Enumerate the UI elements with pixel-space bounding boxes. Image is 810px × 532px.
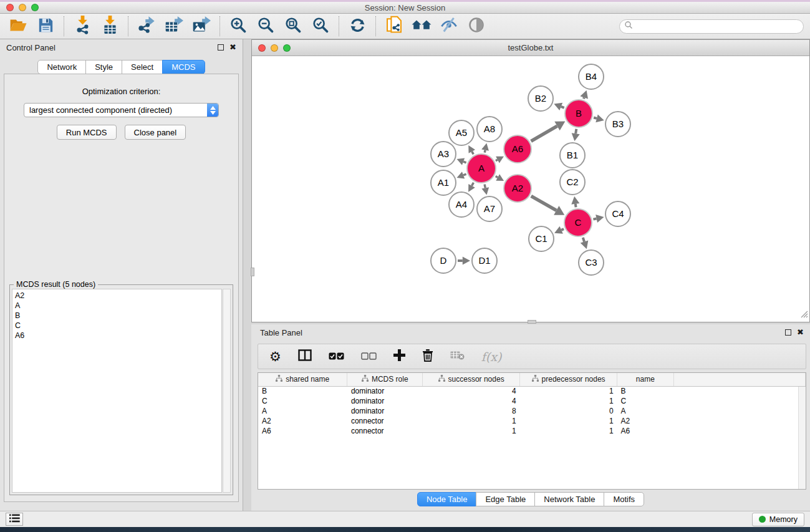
add-column-button[interactable] xyxy=(393,349,405,364)
table-cell[interactable] xyxy=(673,426,805,436)
delete-table-button[interactable] xyxy=(450,351,465,362)
edge-A2-C[interactable] xyxy=(531,196,557,210)
tab-network[interactable]: Network xyxy=(37,60,86,74)
window-titlebar[interactable]: Session: New Session xyxy=(0,2,810,14)
edge-A-A1[interactable] xyxy=(463,174,466,175)
select-all-button[interactable] xyxy=(329,351,344,362)
close-panel-icon[interactable]: ✖ xyxy=(229,44,236,51)
clone-network-button[interactable] xyxy=(383,16,405,36)
table-cell[interactable]: 4 xyxy=(423,396,520,406)
show-hidden-button[interactable] xyxy=(465,16,488,36)
mcds-result-list[interactable]: A2ABCA6 xyxy=(12,289,222,493)
float-panel-icon[interactable] xyxy=(218,44,224,51)
zoom-in-button[interactable] xyxy=(227,16,249,36)
table-cell[interactable]: connector xyxy=(347,426,423,436)
tab-node-table[interactable]: Node Table xyxy=(417,492,477,506)
float-table-panel-icon[interactable] xyxy=(785,329,791,336)
table-cell[interactable]: dominator xyxy=(347,386,423,396)
column-header-MCDS-role[interactable]: MCDS role xyxy=(347,373,423,386)
edge-A-A2[interactable] xyxy=(496,177,498,178)
edge-C-C4[interactable] xyxy=(593,219,596,220)
edge-A-A5[interactable] xyxy=(472,152,473,154)
network-close-button[interactable] xyxy=(258,44,266,52)
zoom-fit-button[interactable] xyxy=(282,16,304,36)
table-scrollbar[interactable] xyxy=(798,387,806,489)
export-network-button[interactable] xyxy=(135,16,158,36)
show-all-networks-button[interactable] xyxy=(410,16,433,36)
export-table-button[interactable] xyxy=(163,16,185,36)
table-cell[interactable] xyxy=(673,416,805,426)
edge-B-B4[interactable] xyxy=(584,97,584,99)
edge-A6-B[interactable] xyxy=(531,126,557,141)
table-cell[interactable]: A xyxy=(617,406,674,416)
table-cell[interactable]: A2 xyxy=(258,416,347,426)
save-session-button[interactable] xyxy=(34,16,57,36)
edge-B-B3[interactable] xyxy=(594,118,597,118)
table-cell[interactable]: 1 xyxy=(423,416,520,426)
result-list-item[interactable]: A xyxy=(15,301,221,311)
result-list-scrollbar[interactable] xyxy=(223,289,231,493)
edge-C-C2[interactable] xyxy=(576,204,576,207)
edge-A-A7[interactable] xyxy=(485,184,485,188)
import-table-button[interactable] xyxy=(99,16,121,36)
tab-network-table[interactable]: Network Table xyxy=(534,492,604,506)
close-table-panel-icon[interactable]: ✖ xyxy=(797,329,804,336)
run-mcds-button[interactable]: Run MCDS xyxy=(57,125,117,140)
table-cell[interactable]: A2 xyxy=(617,416,674,426)
apply-function-button[interactable]: f(x) xyxy=(481,350,502,364)
hide-selected-button[interactable] xyxy=(438,16,460,36)
memory-button[interactable]: Memory xyxy=(752,513,804,526)
tab-mcds[interactable]: MCDS xyxy=(162,60,205,74)
table-cell[interactable]: 1 xyxy=(520,426,617,436)
tab-edge-table[interactable]: Edge Table xyxy=(476,492,535,506)
table-row[interactable]: A6connector11A6 xyxy=(258,426,806,436)
table-cell[interactable]: 4 xyxy=(423,386,520,396)
column-header-successor-nodes[interactable]: successor nodes xyxy=(423,373,520,386)
table-cell[interactable] xyxy=(673,406,805,416)
edge-A-A6[interactable] xyxy=(496,160,498,161)
table-cell[interactable]: A6 xyxy=(258,426,347,436)
search-field[interactable] xyxy=(619,19,804,34)
edge-A-A8[interactable] xyxy=(485,150,485,153)
edge-C-C3[interactable] xyxy=(583,238,584,242)
close-window-button[interactable] xyxy=(6,4,14,11)
table-cell[interactable]: 1 xyxy=(423,426,520,436)
network-minimize-button[interactable] xyxy=(271,44,278,52)
refresh-button[interactable] xyxy=(346,16,369,36)
table-row[interactable]: A2connector11A2 xyxy=(258,416,806,426)
table-cell[interactable]: B xyxy=(617,386,674,396)
network-graph[interactable]: AA1A2A3A4A5A6A7A8BB1B2B3B4CC1C2C3C4DD1 xyxy=(252,56,809,322)
tab-select[interactable]: Select xyxy=(122,60,163,74)
table-cell[interactable] xyxy=(673,396,805,406)
table-row[interactable]: Cdominator41C xyxy=(258,396,806,406)
table-cell[interactable]: C xyxy=(258,396,347,406)
splitter-handle-left[interactable] xyxy=(251,268,254,276)
table-cell[interactable]: connector xyxy=(347,416,423,426)
export-image-button[interactable] xyxy=(190,16,213,36)
show-panels-button[interactable] xyxy=(6,513,23,526)
network-zoom-button[interactable] xyxy=(283,44,291,52)
edge-B-B1[interactable] xyxy=(576,129,576,133)
edge-A-A3[interactable] xyxy=(463,162,466,163)
result-list-item[interactable]: C xyxy=(15,321,221,331)
tab-motifs[interactable]: Motifs xyxy=(604,492,644,506)
table-settings-button[interactable]: ⚙ xyxy=(269,351,281,363)
table-cell[interactable]: dominator xyxy=(347,396,423,406)
table-cell[interactable]: B xyxy=(258,386,347,396)
table-cell[interactable]: A xyxy=(258,406,347,416)
result-list-item[interactable]: B xyxy=(15,311,221,321)
column-header-name[interactable]: name xyxy=(617,373,674,386)
table-cell[interactable]: 1 xyxy=(520,416,617,426)
search-input[interactable] xyxy=(633,22,803,31)
table-cell[interactable]: 1 xyxy=(520,386,617,396)
table-cell[interactable]: dominator xyxy=(347,406,423,416)
table-cell[interactable]: 8 xyxy=(423,406,520,416)
zoom-selected-button[interactable] xyxy=(309,16,332,36)
show-columns-button[interactable] xyxy=(298,349,312,364)
table-row[interactable]: Bdominator41B xyxy=(258,386,806,396)
table-cell[interactable]: 0 xyxy=(520,406,617,416)
open-session-button[interactable] xyxy=(7,16,29,36)
column-header-predecessor-nodes[interactable]: predecessor nodes xyxy=(520,373,617,386)
column-header-shared-name[interactable]: shared name xyxy=(258,373,347,386)
edge-A-A4[interactable] xyxy=(472,183,474,186)
